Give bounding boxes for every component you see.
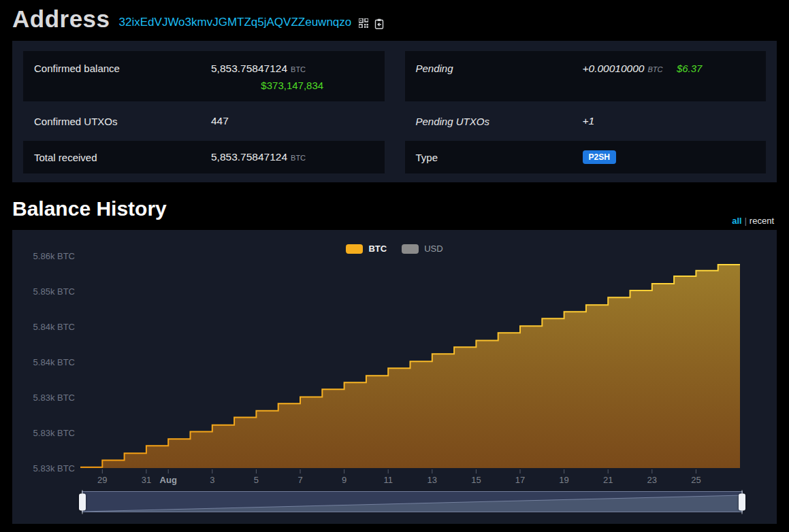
address-summary-panel: Confirmed balance 5,853.75847124BTC $373… (12, 41, 777, 182)
datazoom-data-shadow (82, 492, 742, 512)
summary-right-column: Pending +0.00010000BTC $6.37 Pending UTX… (405, 51, 767, 173)
x-axis-label: 25 (691, 475, 701, 485)
confirmed-balance-label: Confirmed balance (34, 63, 211, 74)
btc-unit: BTC (291, 65, 306, 73)
pending-value: +0.00010000 (583, 63, 645, 74)
total-received-label: Total received (34, 152, 211, 163)
address-page: Address 32ixEdVJWo3kmvJGMTZq5jAQVZZeuwnq… (0, 0, 789, 532)
confirmed-balance-value-block: 5,853.75847124BTC $373,147,834 (211, 63, 374, 91)
qr-code-icon[interactable] (359, 18, 368, 29)
x-axis-label: 21 (603, 475, 613, 485)
pending-utxos-row: Pending UTXOs +1 (405, 105, 767, 137)
type-row: Type P2SH (405, 141, 767, 173)
copy-to-clipboard-icon[interactable] (374, 18, 384, 29)
y-axis-label: 5.83k BTC (33, 463, 75, 473)
y-axis-label: 5.83k BTC (33, 393, 75, 403)
usd-legend-label: USD (424, 244, 442, 254)
range-link-separator: | (742, 216, 750, 226)
total-received-row: Total received 5,853.75847124BTC (23, 141, 385, 173)
x-axis-label: 7 (297, 475, 302, 485)
x-axis-label: 11 (383, 475, 393, 485)
y-axis-label: 5.85k BTC (33, 286, 75, 297)
btc-unit: BTC (647, 65, 662, 73)
y-axis-label: 5.84k BTC (33, 357, 75, 367)
balance-history-chart-panel: BTC USD 5.86k BTC5.85k BTC5.84k BTC5.84k… (12, 230, 777, 524)
chart-legend: BTC USD (12, 244, 777, 254)
x-axis-label: 23 (647, 475, 657, 485)
page-header: Address 32ixEdVJWo3kmvJGMTZq5jAQVZZeuwnq… (12, 5, 384, 33)
address-type-badge: P2SH (583, 150, 616, 164)
legend-item-btc[interactable]: BTC (346, 244, 387, 254)
chart-range-links: all|recent (732, 216, 774, 226)
confirmed-balance-usd: $373,147,834 (211, 80, 374, 91)
page-title: Address (12, 5, 110, 33)
x-axis-label: 31 (142, 475, 151, 485)
pending-row: Pending +0.00010000BTC $6.37 (405, 51, 767, 101)
balance-history-title: Balance History (12, 197, 167, 220)
confirmed-balance-row: Confirmed balance 5,853.75847124BTC $373… (23, 51, 385, 101)
confirmed-utxos-value: 447 (211, 115, 374, 127)
confirmed-utxos-label: Confirmed UTXOs (34, 116, 211, 127)
range-link-all[interactable]: all (732, 216, 741, 226)
pending-label: Pending (416, 63, 583, 74)
x-axis-label: 3 (210, 475, 214, 485)
total-received-value: 5,853.75847124 (211, 151, 287, 163)
y-axis-label: 5.84k BTC (33, 322, 75, 332)
confirmed-balance-value: 5,853.75847124 (211, 63, 287, 74)
x-axis-label: 29 (97, 475, 107, 485)
pending-usd: $6.37 (677, 63, 703, 74)
summary-left-column: Confirmed balance 5,853.75847124BTC $373… (23, 51, 385, 173)
datazoom-left-handle[interactable] (79, 493, 86, 510)
x-axis-label: 5 (254, 475, 259, 485)
x-axis-label: 19 (559, 475, 568, 485)
usd-legend-swatch-icon (402, 244, 419, 254)
x-axis-label: 13 (428, 475, 437, 485)
btc-legend-label: BTC (368, 244, 387, 254)
x-axis-label: Aug (160, 475, 177, 485)
btc-unit: BTC (291, 154, 306, 162)
x-axis-label: 17 (515, 475, 525, 485)
header-icons (359, 18, 384, 29)
y-axis-label: 5.83k BTC (33, 428, 75, 438)
range-link-recent[interactable]: recent (750, 216, 774, 226)
confirmed-utxos-row: Confirmed UTXOs 447 (23, 105, 385, 137)
datazoom-right-handle[interactable] (739, 493, 745, 510)
legend-item-usd[interactable]: USD (402, 244, 442, 254)
type-label: Type (416, 152, 583, 163)
pending-utxos-value: +1 (583, 115, 756, 127)
btc-legend-swatch-icon (346, 244, 363, 254)
x-axis-label: 15 (471, 475, 481, 485)
x-axis-label: 9 (342, 475, 347, 485)
pending-utxos-label: Pending UTXOs (416, 116, 583, 127)
chart-datazoom-slider[interactable] (82, 491, 743, 512)
balance-history-chart[interactable]: 5.86k BTC5.85k BTC5.84k BTC5.84k BTC5.83… (12, 230, 777, 524)
address-value-link[interactable]: 32ixEdVJWo3kmvJGMTZq5jAQVZZeuwnqzo (119, 16, 352, 29)
